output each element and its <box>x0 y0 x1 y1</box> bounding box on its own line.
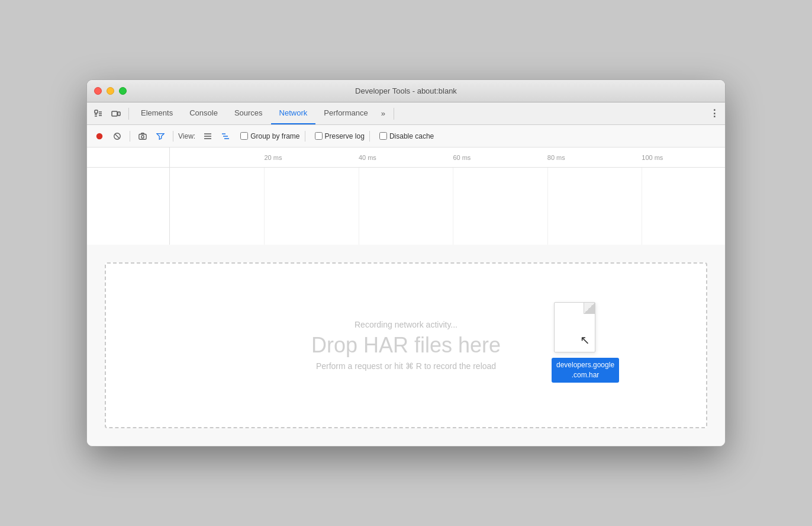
tab-separator-2 <box>394 108 394 120</box>
timeline-body <box>87 168 725 245</box>
har-badge: developers.google .com.har <box>552 358 619 383</box>
clear-button[interactable] <box>109 129 125 144</box>
disable-cache-control: Disable cache <box>379 132 434 140</box>
devtools-more-button[interactable]: ⋮ <box>706 105 723 122</box>
preserve-log-checkbox[interactable] <box>315 132 323 140</box>
camera-button[interactable] <box>135 129 150 144</box>
har-badge-line2: .com.har <box>572 371 600 379</box>
devtools-window: Developer Tools - about:blank Elements C… <box>86 79 726 447</box>
network-toolbar: View: Group by frame Preserve log <box>87 125 725 147</box>
minimize-button[interactable] <box>107 87 114 95</box>
drop-zone[interactable]: Recording network activity... Drop HAR f… <box>105 262 707 428</box>
svg-rect-6 <box>139 134 146 139</box>
timeline-body-left <box>87 168 170 245</box>
file-icon-wrapper: ↖ <box>554 302 595 352</box>
toolbar-sep-2 <box>173 131 173 142</box>
device-mode-button[interactable] <box>108 105 124 122</box>
tab-list: Elements Console Sources Network Perform… <box>133 102 376 124</box>
recording-text: Recording network activity... <box>311 320 501 329</box>
devtools-tab-bar: Elements Console Sources Network Perform… <box>87 102 725 125</box>
traffic-lights <box>94 87 127 95</box>
tabs-overflow-button[interactable]: » <box>376 109 390 118</box>
disable-cache-label[interactable]: Disable cache <box>389 132 434 140</box>
drop-zone-content: Recording network activity... Drop HAR f… <box>311 320 501 371</box>
cursor-icon: ↖ <box>580 333 590 347</box>
close-button[interactable] <box>94 87 102 95</box>
view-label: View: <box>178 132 195 140</box>
drop-har-text: Drop HAR files here <box>311 333 501 358</box>
tick-80ms: 80 ms <box>547 154 565 161</box>
tab-network[interactable]: Network <box>271 102 316 124</box>
record-button[interactable] <box>92 129 107 144</box>
timeline-body-right <box>170 168 725 245</box>
tab-elements[interactable]: Elements <box>133 102 181 124</box>
view-list-button[interactable] <box>200 129 215 144</box>
grid-line-4 <box>547 168 548 245</box>
view-waterfall-button[interactable] <box>218 129 233 144</box>
preserve-log-label[interactable]: Preserve log <box>325 132 365 140</box>
grid-line-3 <box>453 168 453 245</box>
svg-line-5 <box>115 134 120 138</box>
maximize-button[interactable] <box>119 87 127 95</box>
disable-cache-checkbox[interactable] <box>379 132 387 140</box>
group-by-frame-label[interactable]: Group by frame <box>250 132 299 140</box>
grid-line-5 <box>642 168 642 245</box>
toolbar-sep-1 <box>130 131 130 142</box>
svg-point-3 <box>96 133 103 139</box>
filter-button[interactable] <box>153 129 168 144</box>
toolbar-sep-3 <box>305 131 305 142</box>
svg-rect-2 <box>118 112 120 116</box>
tab-performance[interactable]: Performance <box>315 102 376 124</box>
timeline-left-header <box>87 147 170 167</box>
tab-separator-1 <box>128 108 129 120</box>
toolbar-sep-4 <box>369 131 370 142</box>
svg-rect-0 <box>95 110 98 113</box>
tick-40ms: 40 ms <box>359 154 376 161</box>
window-title: Developer Tools - about:blank <box>355 86 457 95</box>
inspect-element-button[interactable] <box>90 105 107 122</box>
timeline-header: 20 ms 40 ms 60 ms 80 ms 100 ms <box>87 147 725 168</box>
grid-line-1 <box>264 168 265 245</box>
group-by-frame-control: Group by frame <box>240 132 299 140</box>
group-by-frame-checkbox[interactable] <box>240 132 248 140</box>
grid-line-2 <box>359 168 359 245</box>
file-icon: ↖ <box>554 302 595 352</box>
drop-zone-container: Recording network activity... Drop HAR f… <box>87 245 725 446</box>
title-bar: Developer Tools - about:blank <box>87 80 725 102</box>
tab-console[interactable]: Console <box>181 102 226 124</box>
tick-20ms: 20 ms <box>264 154 282 161</box>
timeline-ticks: 20 ms 40 ms 60 ms 80 ms 100 ms <box>170 147 725 167</box>
tick-60ms: 60 ms <box>453 154 471 161</box>
preserve-log-control: Preserve log <box>315 132 365 140</box>
perform-text: Perform a request or hit ⌘ R to record t… <box>311 361 501 371</box>
tab-sources[interactable]: Sources <box>226 102 271 124</box>
svg-rect-1 <box>112 111 117 116</box>
har-badge-line1: developers.google <box>556 361 614 369</box>
svg-point-7 <box>141 135 144 137</box>
tick-100ms: 100 ms <box>642 154 663 161</box>
